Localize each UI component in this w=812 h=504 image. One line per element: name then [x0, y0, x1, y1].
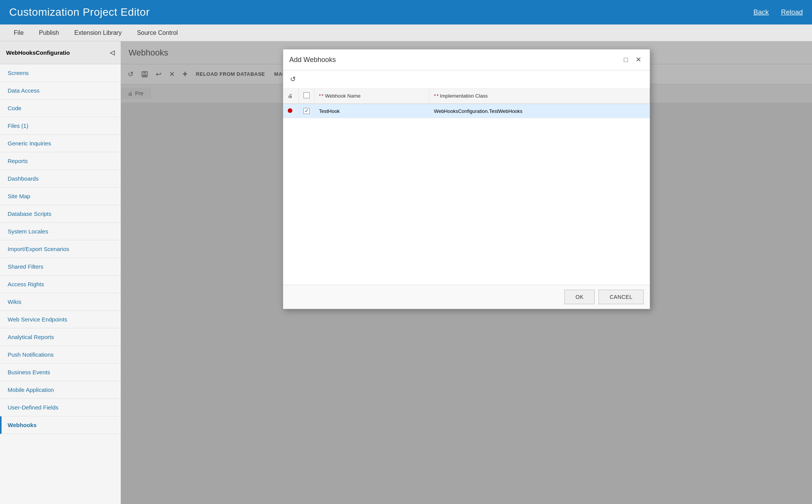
app-header: Customization Project Editor Back Reload: [0, 0, 812, 24]
sidebar: WebHooksConfiguratio ◁ Screens Data Acce…: [0, 41, 121, 504]
table-print-col-header: 🖨: [283, 88, 298, 104]
menu-item-extension-library[interactable]: Extension Library: [67, 24, 129, 41]
sidebar-item-wikis[interactable]: Wikis: [0, 293, 121, 311]
sidebar-item-files[interactable]: Files (1): [0, 117, 121, 135]
menu-item-publish[interactable]: Publish: [31, 24, 67, 41]
sidebar-item-shared-filters[interactable]: Shared Filters: [0, 258, 121, 276]
webhook-name-cell[interactable]: TestHook: [314, 104, 429, 118]
project-name-label: WebHooksConfiguratio: [6, 49, 70, 56]
add-webhooks-dialog: Add Webhooks □ ✕ ↺: [283, 49, 650, 309]
table-checkbox-col-header: [298, 88, 314, 104]
dialog-overlay: Add Webhooks □ ✕ ↺: [121, 41, 812, 504]
implementation-class-cell[interactable]: WebHooksConfiguration.TestWebHooks: [429, 104, 649, 118]
sidebar-item-analytical-reports[interactable]: Analytical Reports: [0, 328, 121, 346]
table-row[interactable]: TestHook WebHooksConfiguration.TestWebHo…: [283, 104, 650, 118]
menu-item-file[interactable]: File: [6, 24, 31, 41]
reload-link[interactable]: Reload: [781, 8, 803, 16]
print-icon: 🖨: [288, 93, 293, 99]
dialog-minimize-btn[interactable]: □: [621, 55, 630, 65]
menu-item-source-control[interactable]: Source Control: [129, 24, 186, 41]
sidebar-item-access-rights[interactable]: Access Rights: [0, 276, 121, 293]
dialog-header-buttons: □ ✕: [621, 55, 644, 65]
sidebar-item-web-service-endpoints[interactable]: Web Service Endpoints: [0, 311, 121, 328]
sidebar-item-data-access[interactable]: Data Access: [0, 82, 121, 99]
dialog-refresh-btn[interactable]: ↺: [288, 73, 298, 85]
webhooks-table: 🖨 ** Webhook Name ** Implementation Clas…: [283, 88, 650, 118]
sidebar-item-mobile-application[interactable]: Mobile Application: [0, 381, 121, 399]
sidebar-item-dashboards[interactable]: Dashboards: [0, 170, 121, 188]
cancel-button[interactable]: CANCEL: [598, 290, 644, 304]
sidebar-item-import-export[interactable]: Import/Export Scenarios: [0, 240, 121, 258]
ok-button[interactable]: OK: [564, 290, 595, 304]
modified-indicator: [288, 108, 292, 113]
dialog-footer: OK CANCEL: [283, 285, 650, 309]
content-area: Webhooks ↺ ↩ ✕ + RELOAD FROM DATABASE MA…: [121, 41, 812, 504]
sidebar-item-site-map[interactable]: Site Map: [0, 188, 121, 205]
app-title: Customization Project Editor: [9, 6, 150, 18]
sidebar-item-code[interactable]: Code: [0, 99, 121, 117]
sidebar-header: WebHooksConfiguratio ◁: [0, 41, 121, 64]
row-checkbox-cell: [298, 104, 314, 118]
sidebar-item-push-notifications[interactable]: Push Notifications: [0, 346, 121, 364]
dialog-content: 🖨 ** Webhook Name ** Implementation Clas…: [283, 88, 650, 285]
sidebar-item-reports[interactable]: Reports: [0, 152, 121, 170]
row-checkbox[interactable]: [303, 108, 310, 114]
sidebar-item-system-locales[interactable]: System Locales: [0, 223, 121, 240]
sidebar-item-user-defined-fields[interactable]: User-Defined Fields: [0, 399, 121, 416]
select-all-checkbox[interactable]: [303, 92, 310, 98]
sidebar-item-database-scripts[interactable]: Database Scripts: [0, 205, 121, 223]
sidebar-item-webhooks[interactable]: Webhooks: [0, 416, 121, 434]
dialog-title: Add Webhooks: [289, 56, 336, 64]
dialog-header: Add Webhooks □ ✕: [283, 49, 650, 70]
sidebar-item-business-events[interactable]: Business Events: [0, 364, 121, 381]
header-links: Back Reload: [753, 8, 803, 16]
dialog-close-btn[interactable]: ✕: [633, 55, 644, 65]
sidebar-item-generic-inquiries[interactable]: Generic Inquiries: [0, 135, 121, 152]
sidebar-toggle-btn[interactable]: ◁: [110, 49, 114, 56]
menu-bar: File Publish Extension Library Source Co…: [0, 24, 812, 41]
dialog-toolbar: ↺: [283, 70, 650, 88]
implementation-class-col-header: ** Implementation Class: [429, 88, 649, 104]
row-status-cell: [283, 104, 298, 118]
webhook-name-col-header: ** Webhook Name: [314, 88, 429, 104]
back-link[interactable]: Back: [753, 8, 769, 16]
main-layout: WebHooksConfiguratio ◁ Screens Data Acce…: [0, 41, 812, 504]
sidebar-item-screens[interactable]: Screens: [0, 64, 121, 82]
